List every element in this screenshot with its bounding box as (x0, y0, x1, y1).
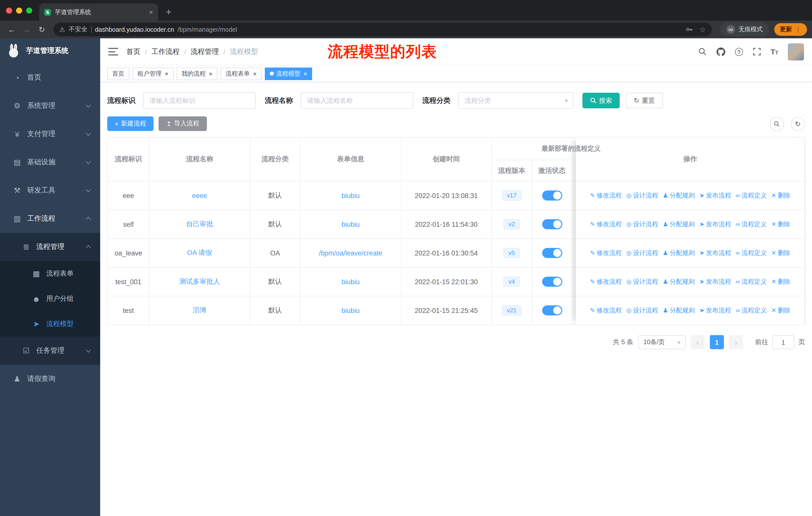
close-icon[interactable]: × (165, 70, 168, 77)
tag-my-process[interactable]: 我的流程 × (176, 67, 218, 80)
publish-process-link[interactable]: ➤ 发布流程 (699, 191, 731, 200)
process-name-link[interactable]: OA 请假 (187, 249, 212, 256)
sidebar-item-infrastructure[interactable]: ▤ 基础设施 (0, 148, 100, 176)
process-name-link[interactable]: eeee (192, 192, 207, 199)
sidebar-item-system[interactable]: ⚙ 系统管理 (0, 92, 100, 120)
active-toggle[interactable] (542, 219, 562, 229)
assign-rule-link[interactable]: ♟ 分配规则 (663, 306, 695, 315)
process-name-link[interactable]: 测试多审批人 (179, 278, 220, 285)
search-button[interactable]: 搜索 (582, 93, 620, 108)
publish-process-link[interactable]: ➤ 发布流程 (699, 306, 731, 315)
form-info-link[interactable]: biubiu (342, 192, 360, 199)
process-definition-link[interactable]: ∞ 流程定义 (736, 277, 767, 286)
bookmark-star-icon[interactable]: ☆ (699, 25, 706, 33)
edit-process-link[interactable]: ✎ 修改流程 (590, 220, 622, 228)
active-toggle[interactable] (542, 248, 562, 258)
minimize-window-button[interactable] (16, 7, 22, 13)
github-icon[interactable] (716, 47, 725, 56)
zoom-window-button[interactable] (26, 7, 32, 13)
form-info-link[interactable]: biubiu (342, 307, 360, 314)
page-number-button[interactable]: 1 (710, 335, 724, 349)
sidebar-item-process-management[interactable]: ≣ 流程管理 (0, 233, 100, 261)
tag-process-model[interactable]: 流程模型 × (265, 67, 312, 80)
sidebar-item-leave-query[interactable]: ♟ 请假查询 (0, 365, 100, 393)
sidebar-item-home[interactable]: ◔ 首页 (0, 63, 100, 92)
assign-rule-link[interactable]: ♟ 分配规则 (663, 191, 695, 200)
assign-rule-link[interactable]: ♟ 分配规则 (663, 220, 695, 228)
process-name-link[interactable]: 自己审批 (186, 220, 213, 228)
fullscreen-icon[interactable] (752, 47, 761, 56)
process-name-link[interactable]: 滔博 (193, 306, 206, 314)
tag-process-form[interactable]: 流程表单 × (221, 67, 262, 80)
next-page-button[interactable]: › (729, 335, 743, 349)
process-definition-link[interactable]: ∞ 流程定义 (736, 306, 767, 315)
form-info-link[interactable]: biubiu (342, 278, 360, 286)
active-toggle[interactable] (542, 190, 562, 200)
breadcrumb-item[interactable]: 首页 (126, 47, 141, 56)
process-category-select[interactable]: 流程分类 ▾ (458, 92, 573, 109)
process-name-input[interactable] (300, 92, 413, 109)
new-tab-button[interactable]: + (161, 4, 176, 20)
close-icon[interactable]: × (209, 70, 212, 77)
tab-close-icon[interactable]: × (149, 8, 153, 16)
process-definition-link[interactable]: ∞ 流程定义 (736, 249, 767, 257)
delete-process-link[interactable]: ✕ 删除 (771, 220, 790, 228)
process-definition-link[interactable]: ∞ 流程定义 (736, 191, 767, 200)
sidebar-item-process-form[interactable]: ▦ 流程表单 (0, 261, 100, 286)
tag-home[interactable]: 首页 (107, 67, 129, 80)
menu-dots-icon[interactable]: ⋮ (795, 26, 802, 33)
import-process-button[interactable]: ↥ 导入流程 (159, 116, 207, 131)
forward-icon[interactable]: → (20, 23, 33, 36)
delete-process-link[interactable]: ✕ 删除 (771, 191, 790, 200)
design-process-link[interactable]: ◎ 设计流程 (626, 306, 658, 315)
design-process-link[interactable]: ◎ 设计流程 (626, 220, 658, 228)
password-key-icon[interactable] (686, 26, 693, 33)
search-icon[interactable] (698, 47, 706, 56)
design-process-link[interactable]: ◎ 设计流程 (626, 191, 658, 200)
user-avatar[interactable] (788, 43, 804, 60)
prev-page-button[interactable]: ‹ (691, 335, 705, 349)
sidebar-item-devtools[interactable]: ⚒ 研发工具 (0, 176, 100, 205)
publish-process-link[interactable]: ➤ 发布流程 (699, 220, 731, 228)
help-icon[interactable]: ? (735, 48, 743, 56)
sidebar-collapse-button[interactable] (108, 48, 118, 55)
delete-process-link[interactable]: ✕ 删除 (771, 277, 790, 286)
refresh-table-button[interactable]: ↻ (791, 117, 805, 131)
browser-update-button[interactable]: 更新 ⋮ (774, 23, 807, 36)
design-process-link[interactable]: ◎ 设计流程 (626, 249, 658, 257)
reload-icon[interactable]: ↻ (35, 23, 48, 36)
sidebar-item-workflow[interactable]: ▥ 工作流程 (0, 205, 100, 233)
process-key-input[interactable] (143, 92, 256, 109)
browser-tab[interactable]: 芋道管理系统 × (39, 3, 158, 21)
form-info-link[interactable]: /bpm/oa/leave/create (319, 249, 382, 257)
process-definition-link[interactable]: ∞ 流程定义 (736, 220, 767, 228)
delete-process-link[interactable]: ✕ 删除 (771, 306, 790, 315)
font-size-icon[interactable] (771, 47, 778, 56)
toggle-search-button[interactable] (770, 117, 784, 131)
tag-tenant-management[interactable]: 租户管理 × (133, 67, 173, 80)
create-process-button[interactable]: + 新建流程 (107, 116, 154, 131)
assign-rule-link[interactable]: ♟ 分配规则 (663, 277, 695, 286)
security-label[interactable]: 不安全 (68, 25, 87, 34)
delete-process-link[interactable]: ✕ 删除 (771, 249, 790, 257)
reset-button[interactable]: ↻ 重置 (626, 93, 663, 108)
active-toggle[interactable] (542, 305, 562, 316)
sidebar-item-payment[interactable]: ¥ 支付管理 (0, 120, 100, 148)
breadcrumb-item[interactable]: 工作流程 (151, 47, 180, 56)
sidebar-item-process-model[interactable]: ➤ 流程模型 (0, 311, 100, 336)
goto-page-input[interactable] (772, 335, 794, 349)
address-bar[interactable]: ⚠ 不安全 dashboard.yudao.iocoder.cn /bpm/ma… (53, 23, 712, 36)
sidebar-item-task-management[interactable]: ☑ 任务管理 (0, 336, 100, 365)
publish-process-link[interactable]: ➤ 发布流程 (699, 249, 731, 257)
form-info-link[interactable]: biubiu (342, 220, 360, 228)
close-icon[interactable]: × (303, 70, 307, 77)
close-icon[interactable]: × (253, 70, 257, 77)
breadcrumb-item[interactable]: 流程管理 (191, 47, 219, 56)
page-size-select[interactable]: 10条/页 ▾ (638, 335, 686, 349)
design-process-link[interactable]: ◎ 设计流程 (626, 277, 658, 286)
edit-process-link[interactable]: ✎ 修改流程 (590, 191, 622, 200)
sidebar-item-user-group[interactable]: ☻ 用户分组 (0, 286, 100, 311)
back-icon[interactable]: ← (5, 23, 18, 36)
edit-process-link[interactable]: ✎ 修改流程 (590, 306, 622, 315)
edit-process-link[interactable]: ✎ 修改流程 (590, 249, 622, 257)
